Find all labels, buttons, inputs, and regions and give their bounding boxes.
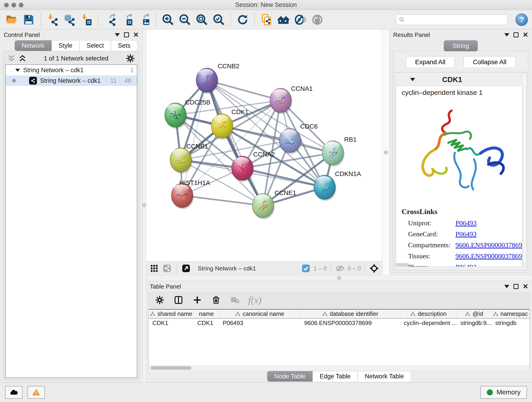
column-header-namespac[interactable]: namespac xyxy=(492,310,530,318)
network-options-gear-icon[interactable] xyxy=(126,54,135,63)
left-panel-divider[interactable] xyxy=(143,29,146,382)
column-header-shared-name[interactable]: shared name xyxy=(149,310,194,318)
export-network-button[interactable] xyxy=(103,12,118,27)
gene-section-header[interactable]: CDK1 xyxy=(396,73,522,86)
tab-node-table[interactable]: Node Table xyxy=(267,371,312,382)
current-network-bullet xyxy=(12,79,16,83)
zoom-in-button[interactable] xyxy=(160,12,176,27)
expand-all-button[interactable]: Expand All xyxy=(406,56,455,68)
table-horizontal-scrollbar[interactable] xyxy=(149,365,530,370)
table-panel-divider[interactable] xyxy=(146,275,532,281)
node-CCNB1[interactable]: CCNB1 xyxy=(170,143,208,174)
panel-collapse-icon[interactable] xyxy=(504,33,509,36)
column-header-canonical-name[interactable]: canonical name xyxy=(219,310,301,318)
collapse-all-button[interactable]: Collapse All xyxy=(463,56,516,68)
scrollbar-handle[interactable] xyxy=(151,366,191,370)
warning-status-button[interactable] xyxy=(27,386,45,399)
divider-handle[interactable] xyxy=(142,203,146,207)
zoom-out-button[interactable] xyxy=(177,12,192,27)
export-image-button[interactable] xyxy=(137,12,152,27)
selected-checkbox-icon[interactable] xyxy=(301,264,311,273)
birdseye-crosshair-icon[interactable] xyxy=(369,264,379,273)
panel-float-icon[interactable] xyxy=(124,32,129,37)
search-input[interactable] xyxy=(407,16,505,23)
open-session-button[interactable] xyxy=(4,12,19,27)
node-CCNE1[interactable]: CCNE1 xyxy=(252,189,296,219)
export-table-button[interactable] xyxy=(120,12,135,27)
crosslink-link[interactable]: 9606.ENSP00000378699 xyxy=(456,241,522,249)
collapse-all-icon[interactable] xyxy=(7,55,15,62)
tab-sets[interactable]: Sets xyxy=(111,40,138,51)
save-session-button[interactable] xyxy=(21,12,36,27)
panel-close-icon[interactable]: ✕ xyxy=(523,283,528,290)
node-CCNA1[interactable]: CCNA1 xyxy=(270,85,313,114)
duplicate-network-button[interactable] xyxy=(259,12,274,27)
column-header-description[interactable]: description xyxy=(400,310,457,318)
network-label: String Network – cdk1 xyxy=(40,77,101,84)
memory-button[interactable]: Memory xyxy=(481,386,527,399)
expand-all-icon[interactable] xyxy=(19,55,26,62)
table-row[interactable]: CDK1CDK1P064939606.ENSP00000378699cyclin… xyxy=(149,318,530,327)
network-overview-button[interactable] xyxy=(276,12,291,27)
refresh-button[interactable] xyxy=(235,12,250,27)
crosslink-link[interactable]: P06493 xyxy=(456,219,476,227)
crosslink-link[interactable]: 9606.ENSP00000378699 xyxy=(456,252,522,260)
column-header--id[interactable]: @id xyxy=(457,310,492,318)
show-hidden-button[interactable] xyxy=(310,12,325,27)
tab-select[interactable]: Select xyxy=(80,40,111,51)
network-graph[interactable]: CCNB2CCNA1CDC25BCDK1CDC6RB1CCNB1CCNA2CDK… xyxy=(146,29,382,262)
delete-column-icon[interactable] xyxy=(210,294,222,306)
help-button[interactable]: ? xyxy=(515,13,528,26)
column-header-database-identifier[interactable]: database identifier xyxy=(301,310,400,318)
panel-collapse-icon[interactable] xyxy=(504,285,509,288)
column-header-name[interactable]: name xyxy=(194,310,219,318)
node-label-CCNE1: CCNE1 xyxy=(274,189,296,196)
right-panel-divider[interactable] xyxy=(382,29,389,275)
tab-edge-table[interactable]: Edge Table xyxy=(312,371,358,382)
tab-network[interactable]: Network xyxy=(15,40,51,51)
node-RB1[interactable]: RB1 xyxy=(322,136,356,167)
zoom-selected-button[interactable] xyxy=(211,12,226,27)
network-share-icon[interactable] xyxy=(162,264,172,273)
divider-handle[interactable] xyxy=(384,150,388,154)
tab-network-table[interactable]: Network Table xyxy=(358,371,411,382)
network-canvas[interactable]: CCNB2CCNA1CDC25BCDK1CDC6RB1CCNB1CCNA2CDK… xyxy=(146,29,382,262)
crosslink-link[interactable]: P06493 xyxy=(456,230,476,238)
edge-CDK1-RB1[interactable] xyxy=(222,126,333,153)
add-column-icon[interactable] xyxy=(192,294,203,306)
control-panel-tabs: NetworkStyleSelectSets xyxy=(0,40,143,51)
cloud-status-button[interactable] xyxy=(5,386,22,399)
table-settings-gear-icon[interactable] xyxy=(154,294,165,306)
node-CDKN1A[interactable]: CDKN1A xyxy=(314,170,361,201)
node-CDC6[interactable]: CDC6 xyxy=(279,123,317,154)
import-network-button[interactable] xyxy=(45,12,60,27)
results-vertical-scrollbar[interactable] xyxy=(523,73,526,261)
panel-float-icon[interactable] xyxy=(513,32,519,37)
hidden-eye-icon[interactable] xyxy=(335,264,345,273)
node-CCNB2[interactable]: CCNB2 xyxy=(196,63,239,94)
show-columns-icon[interactable] xyxy=(173,294,184,306)
zoom-out-icon xyxy=(179,13,191,26)
open-view-icon[interactable] xyxy=(181,264,191,273)
tab-string[interactable]: String xyxy=(444,40,477,51)
node-HIST1H1A[interactable]: HIST1H1A xyxy=(171,179,210,209)
network-row-selected[interactable]: String Network – cdk1 11 48 xyxy=(6,75,137,86)
edge-CCNB2-CCNE1[interactable] xyxy=(207,80,263,206)
import-database-button[interactable] xyxy=(62,12,77,27)
panel-collapse-icon[interactable] xyxy=(115,33,120,36)
panel-close-icon[interactable]: ✕ xyxy=(523,32,528,38)
crosslink-link[interactable]: P06493 xyxy=(456,263,476,267)
network-collection-row[interactable]: String Network – cdk1 1 xyxy=(6,65,137,75)
hide-selected-button[interactable] xyxy=(293,12,308,27)
panel-float-icon[interactable] xyxy=(513,284,519,289)
edge-HIST1H1A-CCNE1[interactable] xyxy=(182,196,263,206)
tab-style[interactable]: Style xyxy=(51,40,80,51)
divider-handle[interactable] xyxy=(337,276,341,280)
grid-view-icon[interactable] xyxy=(149,264,159,273)
tree-expand-icon[interactable] xyxy=(15,69,20,72)
panel-close-icon[interactable]: ✕ xyxy=(133,32,139,38)
results-horizontal-scrollbar[interactable] xyxy=(395,263,409,266)
section-collapse-icon[interactable] xyxy=(410,78,415,81)
import-table-button[interactable] xyxy=(79,12,94,27)
zoom-fit-button[interactable] xyxy=(194,12,209,27)
